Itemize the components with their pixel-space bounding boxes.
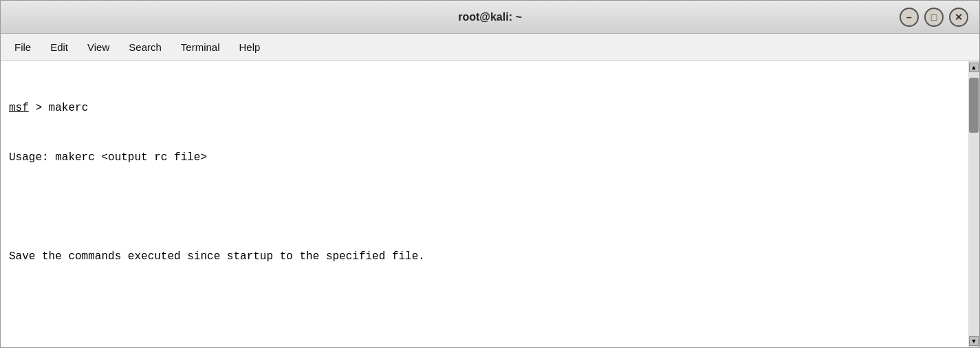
menu-file[interactable]: File [6, 39, 39, 56]
maximize-button[interactable]: □ [924, 8, 944, 27]
menu-help[interactable]: Help [231, 39, 269, 56]
maximize-icon: □ [931, 12, 937, 23]
menu-search[interactable]: Search [120, 39, 170, 56]
minimize-button[interactable]: – [900, 8, 919, 27]
prompt-1: msf [9, 102, 29, 114]
menu-edit[interactable]: Edit [42, 39, 76, 56]
line-3 [9, 199, 960, 215]
close-icon: ✕ [955, 12, 963, 23]
scroll-up-button[interactable]: ▲ [969, 63, 979, 72]
line-4: Save the commands executed since startup… [9, 248, 960, 265]
close-button[interactable]: ✕ [949, 8, 968, 27]
menu-view[interactable]: View [79, 39, 118, 56]
terminal-window: root@kali: ~ – □ ✕ File Edit View Search… [0, 0, 980, 348]
menubar: File Edit View Search Terminal Help [1, 34, 979, 61]
titlebar: root@kali: ~ – □ ✕ [1, 1, 979, 34]
terminal-area: msf > makerc Usage: makerc <output rc fi… [1, 61, 979, 347]
cmd-1: > makerc [29, 102, 88, 114]
line-2: Usage: makerc <output rc file> [9, 149, 960, 166]
scroll-thumb[interactable] [969, 78, 979, 133]
window-title: root@kali: ~ [458, 11, 522, 23]
menu-terminal[interactable]: Terminal [173, 39, 228, 56]
minimize-icon: – [906, 12, 912, 23]
window-controls: – □ ✕ [900, 8, 968, 27]
line-5 [9, 298, 960, 314]
scroll-down-button[interactable]: ▼ [969, 336, 979, 346]
terminal-output[interactable]: msf > makerc Usage: makerc <output rc fi… [1, 61, 968, 347]
line-1: msf > makerc [9, 100, 960, 116]
scrollbar[interactable]: ▲ ▼ [968, 61, 979, 347]
